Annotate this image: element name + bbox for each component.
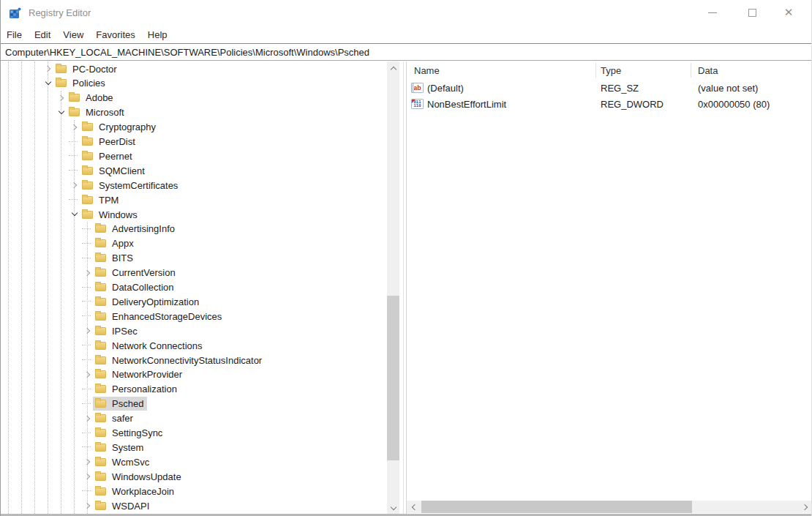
folder-icon bbox=[95, 370, 106, 378]
leaf-connector bbox=[83, 224, 93, 234]
menu-edit[interactable]: Edit bbox=[34, 28, 57, 42]
tree-item-label: System bbox=[110, 441, 146, 454]
column-header-data[interactable]: Data bbox=[698, 61, 718, 79]
chevron-right-icon[interactable] bbox=[69, 180, 80, 190]
value-type: REG_DWORD bbox=[601, 99, 663, 110]
tree-item-peernet[interactable]: Peernet bbox=[1, 149, 387, 163]
tree-item-label: Network Connections bbox=[110, 340, 205, 352]
tree-item-windows[interactable]: Windows bbox=[1, 207, 387, 222]
value-data: 0x00000050 (80) bbox=[698, 99, 770, 110]
tree-item-network-connections[interactable]: Network Connections bbox=[1, 338, 387, 353]
tree-item-pc-doctor[interactable]: PC-Doctor bbox=[1, 61, 387, 76]
folder-icon bbox=[69, 94, 80, 102]
chevron-down-icon[interactable] bbox=[69, 209, 80, 220]
tree-item-cryptography[interactable]: Cryptography bbox=[1, 120, 387, 135]
registry-values-pane: Name Type Data ab(Default)REG_SZ(value n… bbox=[407, 61, 811, 514]
tree-scrollbar-thumb[interactable] bbox=[387, 296, 399, 460]
chevron-right-icon[interactable] bbox=[83, 414, 93, 424]
tree-item-system[interactable]: System bbox=[1, 440, 387, 455]
tree-item-datacollection[interactable]: DataCollection bbox=[1, 280, 387, 295]
chevron-right-icon[interactable] bbox=[56, 93, 67, 103]
leaf-connector bbox=[83, 399, 93, 409]
scroll-left-button[interactable] bbox=[407, 501, 419, 513]
chevron-right-icon[interactable] bbox=[83, 457, 93, 467]
chevron-right-icon[interactable] bbox=[69, 122, 80, 132]
chevron-right-icon[interactable] bbox=[83, 471, 93, 482]
tree-item-sqmclient[interactable]: SQMClient bbox=[1, 163, 387, 178]
chevron-right-icon[interactable] bbox=[83, 268, 93, 278]
tree-item-label: PC-Doctor bbox=[70, 63, 119, 75]
tree-item-label: SystemCertificates bbox=[97, 179, 180, 192]
column-header-type[interactable]: Type bbox=[601, 61, 621, 79]
chevron-down-icon[interactable] bbox=[56, 108, 67, 118]
tree-item-bits[interactable]: BITS bbox=[1, 251, 387, 266]
value-row--default-[interactable]: ab(Default)REG_SZ(value not set) bbox=[407, 80, 811, 96]
tree-item-appx[interactable]: Appx bbox=[1, 236, 387, 251]
tree-item-label: Adobe bbox=[83, 91, 116, 104]
leaf-connector bbox=[83, 428, 93, 438]
tree-item-workplacejoin[interactable]: WorkplaceJoin bbox=[1, 484, 387, 498]
value-data: (value not set) bbox=[698, 83, 758, 94]
scroll-down-button[interactable] bbox=[387, 501, 399, 514]
value-row-nonbesteffortlimit[interactable]: 011110NonBestEffortLimitREG_DWORD0x00000… bbox=[407, 96, 811, 112]
leaf-connector bbox=[83, 311, 93, 321]
tree-item-tpm[interactable]: TPM bbox=[1, 192, 387, 207]
tree-item-label: EnhancedStorageDevices bbox=[110, 310, 224, 323]
tree-item-windowsupdate[interactable]: WindowsUpdate bbox=[1, 469, 387, 484]
tree-item-enhancedstoragedevices[interactable]: EnhancedStorageDevices bbox=[1, 309, 387, 324]
maximize-button[interactable] bbox=[735, 0, 769, 25]
tree-item-networkprovider[interactable]: NetworkProvider bbox=[1, 367, 387, 382]
tree-item-peerdist[interactable]: PeerDist bbox=[1, 135, 387, 149]
chevron-right-icon[interactable] bbox=[83, 370, 93, 380]
tree-item-label: SQMClient bbox=[97, 165, 147, 177]
column-separator[interactable] bbox=[595, 63, 596, 78]
chevron-right-icon[interactable] bbox=[83, 501, 93, 511]
menu-view[interactable]: View bbox=[63, 28, 90, 42]
menu-help[interactable]: Help bbox=[148, 28, 174, 42]
tree-vertical-scrollbar[interactable] bbox=[387, 61, 399, 514]
folder-icon bbox=[95, 269, 106, 277]
chevron-right-icon[interactable] bbox=[83, 326, 93, 336]
tree-item-label: Personalization bbox=[110, 383, 179, 395]
close-button[interactable]: ✕ bbox=[772, 0, 805, 25]
values-scrollbar-thumb[interactable] bbox=[421, 501, 692, 513]
chevron-down-icon[interactable] bbox=[43, 78, 53, 89]
scroll-right-button[interactable] bbox=[799, 501, 811, 513]
tree-item-advertisinginfo[interactable]: AdvertisingInfo bbox=[1, 222, 387, 236]
tree-item-wsdapi[interactable]: WSDAPI bbox=[1, 498, 387, 513]
chevron-right-icon[interactable] bbox=[43, 64, 53, 74]
tree-item-label: WindowsUpdate bbox=[110, 471, 184, 483]
tree-item-adobe[interactable]: Adobe bbox=[1, 91, 387, 105]
scroll-up-button[interactable] bbox=[387, 61, 399, 74]
column-separator[interactable] bbox=[691, 63, 691, 78]
tree-item-personalization[interactable]: Personalization bbox=[1, 382, 387, 397]
minimize-button[interactable] bbox=[696, 0, 729, 25]
tree-item-psched[interactable]: Psched bbox=[1, 397, 387, 411]
tree-item-systemcertificates[interactable]: SystemCertificates bbox=[1, 178, 387, 192]
tree-item-label: PeerDist bbox=[97, 135, 138, 148]
folder-icon bbox=[95, 458, 106, 466]
tree-item-policies[interactable]: Policies bbox=[1, 76, 387, 91]
tree-item-microsoft[interactable]: Microsoft bbox=[1, 105, 387, 120]
column-header-name[interactable]: Name bbox=[414, 61, 440, 79]
tree-item-wcmsvc[interactable]: WcmSvc bbox=[1, 455, 387, 469]
scroll-right-icon bbox=[802, 504, 808, 510]
menu-favorites[interactable]: Favorites bbox=[96, 28, 141, 42]
folder-icon bbox=[95, 444, 106, 452]
menu-file[interactable]: File bbox=[7, 28, 29, 42]
tree-item-safer[interactable]: safer bbox=[1, 411, 387, 426]
scroll-up-icon bbox=[391, 65, 396, 71]
tree-item-currentversion[interactable]: CurrentVersion bbox=[1, 266, 387, 280]
tree-item-deliveryoptimization[interactable]: DeliveryOptimization bbox=[1, 294, 387, 309]
folder-icon bbox=[95, 298, 106, 306]
values-horizontal-scrollbar[interactable] bbox=[407, 501, 811, 513]
tree-item-settingsync[interactable]: SettingSync bbox=[1, 426, 387, 441]
folder-icon bbox=[82, 152, 93, 160]
tree-item-label: IPSec bbox=[110, 325, 140, 337]
folder-icon bbox=[95, 400, 106, 408]
address-bar[interactable]: Computer\HKEY_LOCAL_MACHINE\SOFTWARE\Pol… bbox=[1, 43, 811, 61]
main-area: PC-DoctorPoliciesAdobeMicrosoftCryptogra… bbox=[1, 61, 811, 514]
tree-item-ipsec[interactable]: IPSec bbox=[1, 324, 387, 338]
folder-icon bbox=[95, 385, 106, 393]
tree-item-networkconnectivitystatusindicator[interactable]: NetworkConnectivityStatusIndicator bbox=[1, 353, 387, 367]
